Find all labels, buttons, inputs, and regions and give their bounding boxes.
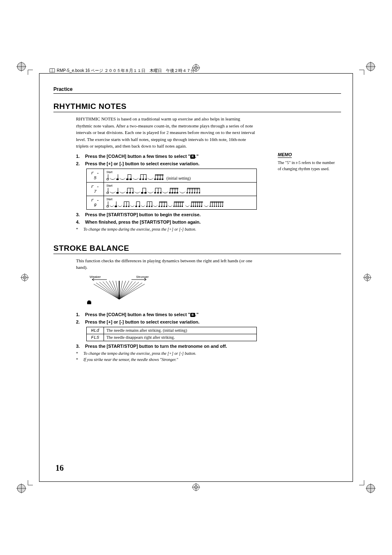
stroke-balance-title: STROKE BALANCE [53, 244, 341, 254]
note-sequence-icon: 3 (initial setting) [106, 174, 254, 180]
svg-point-37 [159, 178, 161, 180]
step-number: 3. [76, 212, 82, 217]
rhythmic-variation-table: r - 5 Start 3 (initial setting) [86, 169, 257, 210]
svg-point-46 [126, 192, 128, 194]
svg-point-29 [145, 178, 147, 180]
svg-point-77 [191, 192, 193, 193]
svg-point-109 [166, 206, 168, 207]
svg-line-161 [119, 283, 142, 299]
svg-point-89 [123, 206, 125, 207]
svg-point-90 [126, 206, 127, 207]
svg-point-59 [160, 192, 161, 194]
svg-point-142 [216, 206, 217, 207]
svg-point-58 [157, 192, 159, 194]
svg-point-27 [139, 178, 141, 180]
step-text: Press the [START/STOP] button to begin t… [85, 212, 257, 217]
table-row: FLS The needle disappears right after st… [87, 334, 257, 341]
svg-point-40 [106, 192, 109, 194]
svg-point-75 [187, 192, 188, 193]
svg-point-36 [157, 178, 159, 180]
step-text: Press the [+] or [-] button to select ex… [85, 161, 257, 166]
svg-point-42 [116, 192, 119, 194]
stroke-balance-icon: B [190, 313, 195, 317]
svg-point-117 [178, 206, 179, 207]
svg-line-158 [119, 281, 132, 299]
crop-mark-bottom-right [359, 477, 376, 493]
footnote: *To change the tempo during the exercise… [76, 227, 257, 231]
gauge-meter-icon [86, 281, 152, 305]
svg-point-119 [182, 206, 183, 207]
step-number: 1. [76, 312, 82, 317]
rhythmic-notes-body: RHYTHMIC NOTES is based on a traditional… [76, 116, 257, 150]
step-1: 1. Press the [COACH] button a few times … [76, 312, 257, 317]
step-1: 1. Press the [COACH] button a few times … [76, 154, 257, 159]
variation-code: FLS [87, 334, 104, 341]
footnote: *If you strike near the sensor, the need… [76, 357, 257, 362]
step-3: 3. Press the [START/STOP] button to turn… [76, 344, 257, 349]
step-number: 2. [76, 319, 82, 324]
gauge-diagram: Weaker Stronger [86, 275, 341, 307]
svg-point-140 [212, 206, 213, 207]
variation-code: r - 7 [87, 182, 104, 196]
svg-point-76 [189, 192, 191, 193]
svg-point-100 [149, 206, 150, 207]
svg-point-107 [161, 206, 163, 207]
svg-point-128 [195, 206, 196, 207]
svg-point-68 [176, 192, 178, 194]
variation-desc: The needle disappears right after striki… [104, 334, 257, 341]
registration-mark-left [21, 273, 29, 282]
step-text: Press the [START/STOP] button to turn th… [85, 344, 257, 349]
variation-notes: Start [104, 196, 257, 209]
memo-block: MEMO The "5" in r-5 refers to the number… [278, 150, 337, 172]
rhythmic-notes-title: RHYTHMIC NOTES [53, 102, 341, 112]
step-2: 2. Press the [+] or [-] button to select… [76, 319, 257, 324]
svg-line-162 [119, 284, 145, 299]
footnote: *To change the tempo during the exercise… [76, 351, 257, 356]
registration-mark-right [363, 273, 371, 282]
step-3: 3. Press the [START/STOP] button to begi… [76, 212, 257, 217]
svg-point-144 [220, 206, 221, 207]
svg-point-99 [146, 206, 148, 207]
registration-mark-bottom [192, 483, 200, 491]
svg-line-146 [94, 284, 119, 299]
svg-point-66 [171, 192, 173, 194]
svg-point-83 [106, 206, 109, 207]
svg-point-78 [194, 192, 196, 193]
svg-point-17 [106, 178, 109, 180]
svg-point-106 [159, 206, 160, 207]
svg-point-48 [132, 192, 134, 194]
step-2: 2. Press the [+] or [-] button to select… [76, 161, 257, 166]
svg-line-159 [119, 282, 136, 299]
svg-line-150 [106, 281, 119, 299]
step-text: Press the [+] or [-] button to select ex… [85, 319, 257, 324]
svg-point-118 [180, 206, 181, 207]
svg-point-85 [115, 206, 117, 207]
svg-point-95 [138, 206, 140, 207]
svg-point-53 [144, 192, 147, 194]
rhythmic-notes-section: RHYTHMIC NOTES RHYTHMIC NOTES is based o… [53, 102, 341, 231]
svg-point-38 [161, 178, 164, 180]
section-header: Practice [53, 86, 341, 94]
file-header-text: RMP-5_e.book 16 ページ ２００５年８月１１日 木曜日 午後２時４… [57, 68, 195, 74]
svg-point-126 [191, 206, 192, 207]
note-sequence-icon: 3 3 3 [106, 187, 254, 194]
svg-point-65 [169, 192, 171, 194]
step-text: When finished, press the [START/STOP] bu… [85, 220, 257, 224]
step-text: Press the [COACH] button a few times to … [85, 312, 257, 317]
svg-point-35 [154, 178, 156, 180]
svg-point-22 [126, 178, 129, 180]
svg-point-91 [128, 206, 130, 207]
step-number: 3. [76, 344, 82, 349]
svg-point-145 [222, 206, 223, 207]
svg-point-141 [214, 206, 215, 207]
step-number: 1. [76, 154, 82, 159]
svg-point-115 [173, 206, 175, 207]
svg-point-28 [142, 178, 144, 180]
svg-point-101 [151, 206, 153, 207]
svg-point-131 [201, 206, 203, 207]
svg-point-67 [174, 192, 176, 194]
table-row: r - 7 Start 3 3 [87, 182, 257, 196]
svg-line-149 [103, 282, 119, 299]
svg-point-52 [141, 192, 143, 194]
svg-point-19 [116, 178, 119, 180]
